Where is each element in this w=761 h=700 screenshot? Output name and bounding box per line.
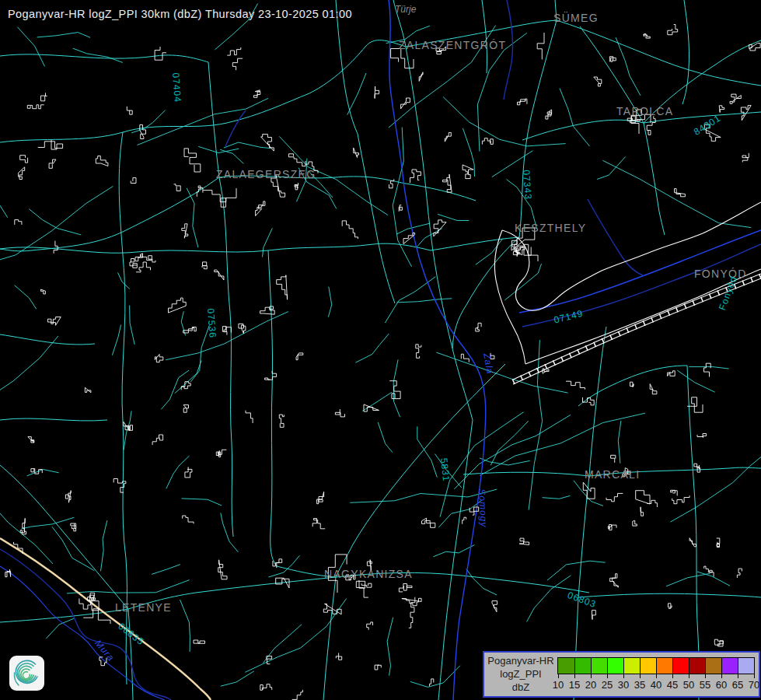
- legend-tick: [754, 674, 755, 678]
- settlement-outline: [389, 381, 400, 399]
- settlement-outline: [668, 371, 675, 376]
- legend-tick: [640, 674, 641, 678]
- settlement-outline: [402, 598, 421, 605]
- minor-road: [29, 209, 81, 235]
- settlement-outline: [65, 491, 71, 503]
- settlement-outline: [367, 622, 373, 630]
- settlement-outline: [183, 327, 197, 334]
- legend-swatch: [558, 658, 574, 674]
- minor-road: [547, 561, 606, 580]
- settlement-outline: [668, 604, 672, 609]
- settlement-outline: [361, 583, 372, 587]
- settlement-outline: [20, 156, 28, 163]
- city-label: NAGYKANIZSA: [324, 568, 413, 580]
- settlement-outline: [445, 132, 451, 142]
- minor-road: [560, 89, 590, 147]
- settlement-outline: [675, 189, 686, 197]
- minor-road: [410, 666, 460, 688]
- minor-road: [529, 340, 543, 509]
- settlement-outline: [342, 221, 358, 239]
- legend-tick-label: 40: [651, 679, 662, 691]
- settlement-outline: [227, 47, 241, 55]
- minor-road: [0, 186, 113, 266]
- settlement-outline: [630, 382, 634, 387]
- minor-road: [443, 97, 566, 146]
- minor-road: [73, 48, 123, 62]
- settlement-outline: [416, 345, 421, 359]
- settlement-outline: [356, 580, 368, 597]
- settlement-outline: [689, 538, 696, 547]
- settlement-outline: [182, 224, 188, 238]
- settlement-outline: [317, 492, 324, 503]
- settlement-outline: [434, 220, 446, 236]
- legend-tick: [689, 674, 689, 678]
- legend-swatch: [672, 658, 689, 674]
- legend-tick: [721, 674, 722, 678]
- legend-title: Poganyvar-HR logZ_PPI dbZ: [486, 654, 556, 694]
- minor-road: [355, 334, 389, 362]
- minor-road: [131, 110, 166, 133]
- settlement-outline: [717, 538, 720, 548]
- legend-title-line1: Poganyvar-HR: [486, 654, 556, 667]
- settlement-outline: [737, 569, 742, 578]
- settlement-outline: [730, 94, 741, 103]
- settlement-outline: [671, 490, 678, 495]
- minor-road: [118, 272, 130, 289]
- legend-tick-label: 65: [732, 679, 743, 691]
- settlement-outline: [131, 178, 136, 184]
- settlement-outline: [399, 584, 412, 592]
- minor-road: [166, 312, 288, 360]
- settlement-outline: [694, 464, 700, 472]
- legend-tick-label: 70: [749, 679, 759, 691]
- settlement-outline: [566, 381, 585, 390]
- settlement-outline: [130, 259, 137, 268]
- city-label: ZALAEGERSZEG: [216, 168, 316, 180]
- minor-road: [175, 361, 201, 394]
- minor-road: [22, 517, 75, 529]
- minor-road: [387, 618, 393, 676]
- minor-road: [397, 299, 452, 303]
- minor-road: [37, 33, 91, 38]
- minor-road: [180, 600, 190, 652]
- settlement-outline: [218, 560, 227, 579]
- settlement-outline: [215, 270, 224, 280]
- settlement-outline: [20, 518, 26, 534]
- settlement-outline: [583, 482, 595, 499]
- settlement-outline: [296, 353, 303, 360]
- settlement-outline: [463, 517, 466, 524]
- minor-road: [138, 98, 269, 145]
- legend-tick: [705, 674, 706, 678]
- legend-swatch: [591, 658, 607, 674]
- settlement-outline: [401, 98, 410, 109]
- settlements-layer: [5, 25, 760, 700]
- legend-swatch: [721, 658, 738, 674]
- settlement-outline: [232, 58, 243, 70]
- minor-road: [417, 426, 438, 477]
- minor-road: [101, 520, 107, 571]
- settlement-outline: [606, 493, 623, 501]
- settlement-outline: [647, 116, 655, 135]
- legend-swatch: [738, 658, 754, 674]
- settlement-outline: [277, 275, 288, 300]
- minor-road: [130, 306, 135, 345]
- spiral-icon: [9, 656, 44, 691]
- settlement-outline: [482, 138, 493, 145]
- settlement-outline: [31, 469, 42, 474]
- settlement-outline: [141, 254, 155, 262]
- settlement-outline: [610, 574, 619, 588]
- road-label: 07536: [205, 308, 218, 338]
- settlement-outline: [124, 422, 133, 430]
- legend-swatch: [656, 658, 672, 674]
- minor-road: [527, 576, 571, 622]
- legend-tick-label: 45: [667, 679, 678, 691]
- legend-tick: [574, 674, 575, 678]
- settlement-outline: [594, 77, 602, 86]
- road-label: 07404: [170, 72, 183, 103]
- settlement-outline: [85, 387, 91, 393]
- settlement-outline: [174, 184, 181, 191]
- settlement-outline: [135, 254, 142, 261]
- legend-tick: [607, 674, 608, 678]
- settlement-outline: [312, 519, 325, 529]
- settlement-outline: [650, 384, 657, 394]
- settlement-outline: [519, 538, 529, 544]
